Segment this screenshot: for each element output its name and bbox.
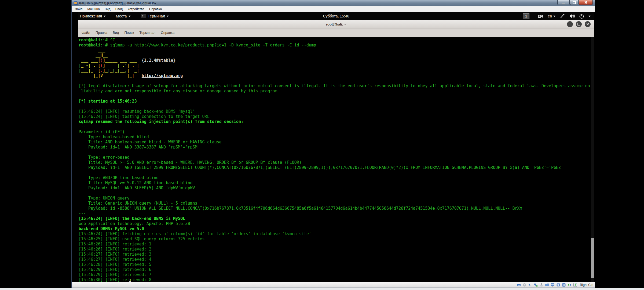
statusbar-icons: U — [517, 283, 577, 287]
terminal-line: web application technology: Apache, PHP … — [79, 221, 594, 226]
terminal-menu-item-2[interactable]: Вид — [110, 31, 122, 35]
chevron-down-icon — [167, 16, 169, 17]
terminal-output[interactable]: root@kali:~# ^Croot@kali:~# sqlmap -u ht… — [78, 37, 594, 282]
terminal-line: [15:46:24] [INFO] the back-end DBMS is M… — [79, 216, 594, 221]
window-controls — [557, 0, 593, 5]
terminal-line: Title: AND boolean-based blind - WHERE o… — [79, 140, 594, 145]
network-icon[interactable] — [534, 283, 538, 287]
terminal-menu-item-5[interactable]: Справка — [158, 31, 177, 35]
terminal-line: __H__ — [79, 53, 594, 58]
terminal-scrollbar[interactable] — [591, 37, 594, 282]
svg-text:U: U — [563, 284, 565, 287]
virtualbox-menubar: ФайлМашинаВидВводУстройстваСправка — [72, 6, 595, 12]
terminal-line: ___ — [79, 48, 594, 53]
maximize-icon — [577, 23, 580, 26]
terminal-line — [79, 170, 594, 175]
close-button[interactable] — [579, 0, 593, 5]
applications-label: Приложения — [80, 14, 102, 18]
terminal-line — [79, 78, 594, 84]
terminal-menu-item-0[interactable]: Файл — [79, 31, 93, 35]
wand-icon[interactable] — [560, 14, 565, 18]
terminal-line: Parameter: id (GET) — [79, 129, 594, 135]
terminal-icon: >_ — [141, 14, 146, 18]
terminal-menu-item-3[interactable]: Поиск — [122, 31, 137, 35]
virtualbox-window: Kali Linux (чистая) [Работает] - Oracle … — [71, 0, 595, 288]
recording-icon[interactable] — [556, 283, 561, 287]
terminal-line: [15:46:26] [INFO] retrieved: 2 — [79, 247, 594, 252]
terminal-line: [15:46:30] [INFO] retrieved: 8 — [79, 277, 594, 282]
kali-top-panel: Приложения Места >_ Терминал — [78, 12, 594, 20]
terminal-minimize-button[interactable] — [567, 21, 573, 27]
terminal-line: ___ ___[)]_____ ___ ___ {1.2.4#stable} — [79, 58, 594, 63]
terminal-line: [15:46:27] [INFO] retrieved: 3 — [79, 252, 594, 257]
text-cursor-ibeam: I — [129, 278, 131, 282]
camera-icon[interactable] — [538, 14, 543, 18]
applications-menu[interactable]: Приложения — [80, 14, 106, 18]
terminal-line: Title: Generic UNION query (NULL) - 5 co… — [79, 201, 594, 206]
terminal-menu-item-1[interactable]: Правка — [93, 31, 110, 35]
places-menu[interactable]: Места — [116, 14, 131, 18]
terminal-line: |_ -| . [(] | .'| . | — [79, 63, 594, 68]
vbox-menu-item-0[interactable]: Файл — [72, 6, 85, 12]
terminal-line: Payload: id=1' AND SLEEP(5) AND 'dpWV'='… — [79, 186, 594, 191]
host-key-label: Right Ctrl — [580, 283, 593, 287]
terminal-line: [15:46:28] [INFO] retrieved: 5 — [79, 262, 594, 267]
terminal-line: root@kali:~# sqlmap -u http://www.kvm.co… — [79, 43, 594, 48]
power-icon[interactable] — [579, 14, 584, 19]
clock[interactable]: Суббота, 15:46 — [323, 14, 349, 18]
workspace-switcher[interactable]: 1 — [523, 13, 529, 19]
vbox-menu-item-1[interactable]: Машина — [85, 6, 102, 12]
optical-disc-icon[interactable] — [522, 283, 527, 287]
chevron-down-icon — [553, 16, 555, 17]
terminal-menu-item-4[interactable]: Терминал — [137, 31, 158, 35]
terminal-line: [15:46:25] [INFO] used SQL query returns… — [79, 237, 594, 242]
virtualbox-titlebar[interactable]: Kali Linux (чистая) [Работает] - Oracle … — [72, 0, 595, 6]
minimize-button[interactable] — [557, 0, 570, 5]
volume-icon[interactable] — [569, 14, 575, 18]
terminal-titlebar[interactable]: root@kali: ~ — [78, 20, 594, 28]
terminal-line: [*] starting at 15:46:23 — [79, 99, 594, 104]
terminal-line: Type: UNION query — [79, 196, 594, 201]
mouse-integration-icon[interactable] — [568, 283, 572, 287]
audio-icon[interactable] — [528, 283, 532, 287]
vbox-menu-item-2[interactable]: Вид — [102, 6, 113, 12]
virtualbox-statusbar: U Right Ctrl — [72, 282, 595, 288]
terminal-line: Title: MySQL >= 5.0 AND error-based - WH… — [79, 160, 594, 165]
vbox-menu-item-5[interactable]: Справка — [147, 6, 164, 12]
maximize-button[interactable] — [570, 0, 579, 5]
keyboard-capture-icon[interactable] — [573, 283, 577, 287]
terminal-line: --- — [79, 124, 594, 129]
display-icon[interactable] — [551, 283, 555, 287]
chevron-down-icon — [129, 16, 131, 17]
terminal-line — [79, 94, 594, 99]
keyboard-layout-indicator[interactable]: en — [548, 14, 555, 18]
chevron-down-icon[interactable] — [588, 16, 591, 17]
places-label: Места — [116, 14, 127, 18]
terminal-close-button[interactable] — [585, 21, 591, 27]
vbox-menu-item-3[interactable]: Ввод — [113, 6, 125, 12]
scrollbar-thumb[interactable] — [591, 238, 594, 278]
shared-folder-icon[interactable] — [545, 283, 549, 287]
terminal-line: [15:46:24] [INFO] resuming back-end DBMS… — [79, 109, 594, 114]
close-icon — [584, 1, 587, 4]
terminal-line: Type: boolean-based blind — [79, 135, 594, 140]
panel-tray: 1 en — [523, 12, 591, 20]
terminal-line: [15:46:29] [INFO] retrieved: 6 — [79, 267, 594, 272]
terminal-maximize-button[interactable] — [576, 21, 582, 27]
guest-screen: Приложения Места >_ Терминал — [78, 12, 594, 282]
usb-icon[interactable] — [539, 283, 544, 287]
terminal-line: [!] legal disclaimer: Usage of sqlmap fo… — [79, 84, 594, 89]
minimize-icon — [562, 3, 565, 3]
terminal-line: Payload: id=-8588' UNION ALL SELECT NULL… — [79, 206, 594, 211]
features-icon[interactable]: U — [562, 283, 566, 287]
terminal-line: [15:46:27] [INFO] retrieved: 4 — [79, 257, 594, 262]
vbox-menu-item-4[interactable]: Устройства — [125, 6, 147, 12]
hdd-icon[interactable] — [517, 283, 521, 287]
panel-left: Приложения Места >_ Терминал — [78, 14, 169, 18]
terminal-line — [79, 150, 594, 155]
terminal-line — [79, 191, 594, 196]
terminal-app-menu[interactable]: >_ Терминал — [141, 14, 169, 18]
terminal-line: root@kali:~# ^C — [79, 38, 594, 43]
terminal-title: root@kali: ~ — [326, 22, 346, 26]
terminal-line: [15:46:24] [INFO] testing connection to … — [79, 114, 594, 119]
